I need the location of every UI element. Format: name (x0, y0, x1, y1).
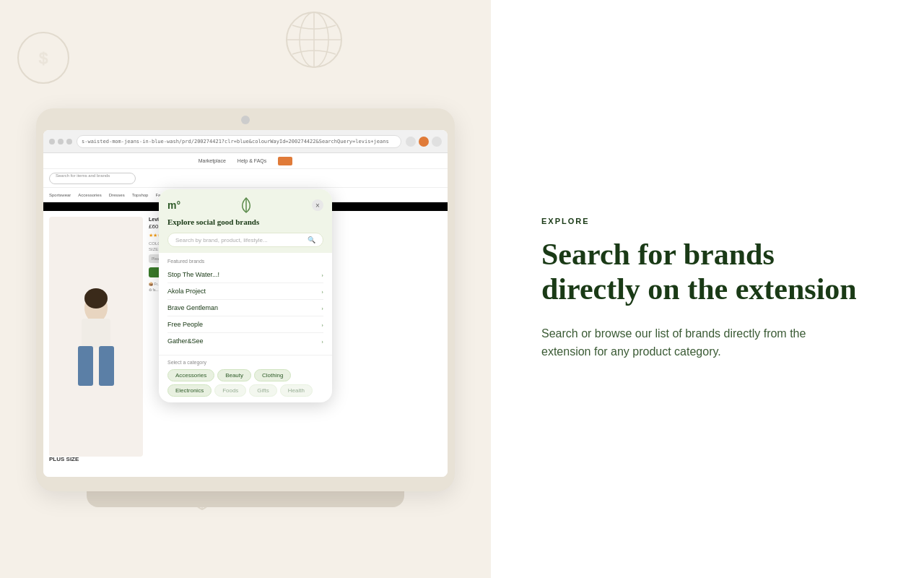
browser-dot-red (49, 139, 55, 144)
popup-brand-name-gather-see: Gather&See (167, 337, 204, 345)
popup-category-tags: Accessories Beauty Clothing Electronics … (167, 369, 323, 397)
popup-search-bar[interactable]: Search by brand, product, lifestyle... 🔍 (167, 233, 323, 247)
browser-dots (49, 139, 72, 144)
popup-logo-row: m° × (167, 197, 323, 214)
website-cat-topshop[interactable]: Topshop (132, 193, 149, 197)
popup-tag-accessories[interactable]: Accessories (167, 369, 214, 381)
popup-search-icon: 🔍 (308, 236, 315, 243)
popup-logo: m° (167, 199, 180, 211)
popup-featured-brands-label: Featured brands (167, 259, 323, 264)
popup-brand-item-stop-the-water[interactable]: Stop The Water...! › (167, 267, 323, 283)
website-nav-marketplace: Marketplace (199, 158, 226, 163)
website-search-bar: Search for items and brands (43, 169, 448, 188)
right-panel: EXPLORE Search for brands directly on th… (491, 0, 924, 578)
popup-brand-item-brave-gentleman[interactable]: Brave Gentleman › (167, 300, 323, 316)
popup-brand-chevron-free-people: › (321, 322, 323, 328)
plus-size-label: PLUS SIZE (49, 456, 79, 462)
browser-icon-menu (432, 137, 442, 147)
popup-brand-item-gather-see[interactable]: Gather&See › (167, 333, 323, 349)
popup-tag-foods[interactable]: Foods (214, 384, 246, 397)
popup-category-section: Select a category Accessories Beauty Clo… (159, 355, 332, 402)
website-cat-accessories[interactable]: Accessories (78, 193, 101, 197)
device-mockup: s-waisted-mom-jeans-in-blue-wash/prd/200… (36, 108, 455, 513)
popup-brand-chevron-akola: › (321, 288, 323, 295)
website-nav-help: Help & FAQs (237, 158, 266, 163)
device-body: s-waisted-mom-jeans-in-blue-wash/prd/200… (36, 108, 455, 491)
globe-icon (282, 7, 346, 72)
popup-tag-clothing[interactable]: Clothing (254, 369, 291, 381)
url-text: s-waisted-mom-jeans-in-blue-wash/prd/200… (82, 139, 389, 144)
popup-brand-name-akola: Akola Project (167, 288, 206, 295)
browser-bar: s-waisted-mom-jeans-in-blue-wash/prd/200… (43, 130, 448, 153)
browser-icon-ext (419, 137, 429, 147)
svg-rect-9 (82, 319, 110, 348)
svg-point-12 (84, 288, 108, 309)
popup-body: Featured brands Stop The Water...! › Ako… (159, 253, 332, 355)
website-top-nav: Marketplace Help & FAQs (43, 153, 448, 169)
popup-title: Explore social good brands (167, 217, 323, 227)
extension-popup: m° × Explore social good brands Sea (159, 189, 332, 402)
browser-icon-star (406, 137, 416, 147)
svg-rect-10 (78, 346, 93, 386)
popup-brand-item-free-people[interactable]: Free People › (167, 316, 323, 333)
popup-search-placeholder: Search by brand, product, lifestyle... (175, 237, 303, 243)
product-image (49, 217, 143, 457)
website-content: Marketplace Help & FAQs Search for items… (43, 153, 448, 477)
popup-header: m° × Explore social good brands Sea (159, 189, 332, 253)
popup-tag-beauty[interactable]: Beauty (217, 369, 251, 381)
popup-category-label: Select a category (167, 360, 323, 365)
device-screen: s-waisted-mom-jeans-in-blue-wash/prd/200… (43, 130, 448, 477)
website-search-placeholder: Search for items and brands (56, 173, 110, 178)
explore-label: EXPLORE (541, 217, 873, 225)
website-cat-dresses[interactable]: Dresses (109, 193, 125, 197)
popup-brand-chevron-brave-gentleman: › (321, 305, 323, 311)
website-nav-flag (278, 157, 292, 165)
popup-close-button[interactable]: × (312, 199, 323, 211)
popup-brand-chevron-gather-see: › (321, 338, 323, 345)
svg-text:$: $ (39, 49, 48, 67)
popup-tag-gifts[interactable]: Gifts (249, 384, 276, 397)
website-cat-sportswear[interactable]: Sportswear (49, 193, 71, 197)
left-panel: $ (0, 0, 491, 578)
popup-brand-chevron-stop-the-water: › (321, 272, 323, 278)
popup-tag-electronics[interactable]: Electronics (167, 384, 212, 397)
popup-brand-name-stop-the-water: Stop The Water...! (167, 271, 219, 278)
popup-tag-health[interactable]: Health (280, 384, 313, 397)
browser-icons (406, 137, 442, 147)
device-base (87, 491, 404, 507)
popup-brand-name-free-people: Free People (167, 321, 203, 328)
popup-brand-item-akola[interactable]: Akola Project › (167, 283, 323, 300)
explore-heading: Search for brands directly on the extens… (541, 237, 873, 307)
website-search-input[interactable]: Search for items and brands (49, 173, 136, 184)
browser-dot-green (66, 139, 72, 144)
popup-leaf-icon (237, 197, 255, 214)
coin-icon: $ (14, 29, 72, 87)
browser-dot-yellow (58, 139, 64, 144)
device-notch (241, 116, 250, 124)
svg-rect-11 (99, 346, 114, 386)
browser-url: s-waisted-mom-jeans-in-blue-wash/prd/200… (77, 135, 401, 148)
product-figure (60, 282, 132, 391)
popup-brand-name-brave-gentleman: Brave Gentleman (167, 304, 218, 311)
explore-description: Search or browse our list of brands dire… (541, 324, 845, 361)
